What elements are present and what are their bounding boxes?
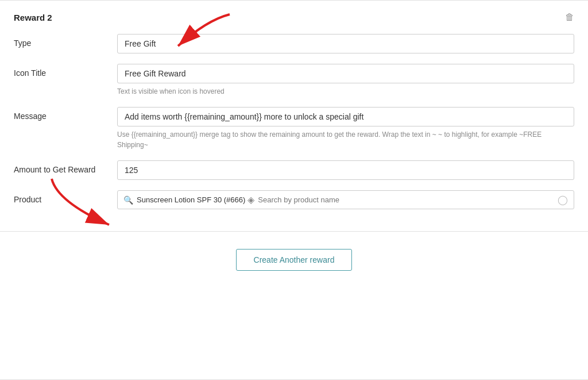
message-label: Message xyxy=(14,107,117,121)
footer: Create Another reward xyxy=(0,232,588,288)
product-search-container: 🔍 Sunscreen Lotion SPF 30 (#666) ◈ ◯ xyxy=(117,190,574,209)
type-row: Type xyxy=(14,34,574,53)
product-tag-close-icon[interactable]: ◈ xyxy=(247,195,254,205)
icon-title-row: Icon Title Text is visible when icon is … xyxy=(14,64,574,97)
product-tag-text: Sunscreen Lotion SPF 30 (#666) xyxy=(137,195,245,204)
message-hint: Use {{remaining_amount}} merge tag to sh… xyxy=(117,129,574,150)
product-tag: Sunscreen Lotion SPF 30 (#666) ◈ xyxy=(137,195,254,205)
icon-title-field: Text is visible when icon is hovered xyxy=(117,64,574,97)
type-label: Type xyxy=(14,34,117,48)
reward-title: Reward 2 xyxy=(14,13,52,22)
icon-title-hint: Text is visible when icon is hovered xyxy=(117,86,574,97)
product-label: Product xyxy=(14,190,117,204)
amount-field xyxy=(117,160,574,180)
delete-icon[interactable]: 🗑 xyxy=(565,12,574,22)
icon-title-input[interactable] xyxy=(117,64,574,83)
icon-title-label: Icon Title xyxy=(14,64,117,78)
amount-input[interactable] xyxy=(117,160,574,180)
message-field: Use {{remaining_amount}} merge tag to sh… xyxy=(117,107,574,150)
product-field: 🔍 Sunscreen Lotion SPF 30 (#666) ◈ ◯ xyxy=(117,190,574,209)
type-input[interactable] xyxy=(117,34,574,53)
search-icon: 🔍 xyxy=(123,195,133,205)
reward-header: Reward 2 🗑 xyxy=(14,12,574,22)
message-input[interactable] xyxy=(117,107,574,126)
message-row: Message Use {{remaining_amount}} merge t… xyxy=(14,107,574,150)
product-row: Product 🔍 Sunscreen Lotion SPF 30 (#666)… xyxy=(14,190,574,209)
create-another-reward-button[interactable]: Create Another reward xyxy=(236,249,353,271)
type-field xyxy=(117,34,574,53)
amount-row: Amount to Get Reward xyxy=(14,160,574,180)
product-search-input[interactable] xyxy=(258,195,554,204)
product-search-clear-icon[interactable]: ◯ xyxy=(558,194,568,205)
amount-label: Amount to Get Reward xyxy=(14,160,117,174)
